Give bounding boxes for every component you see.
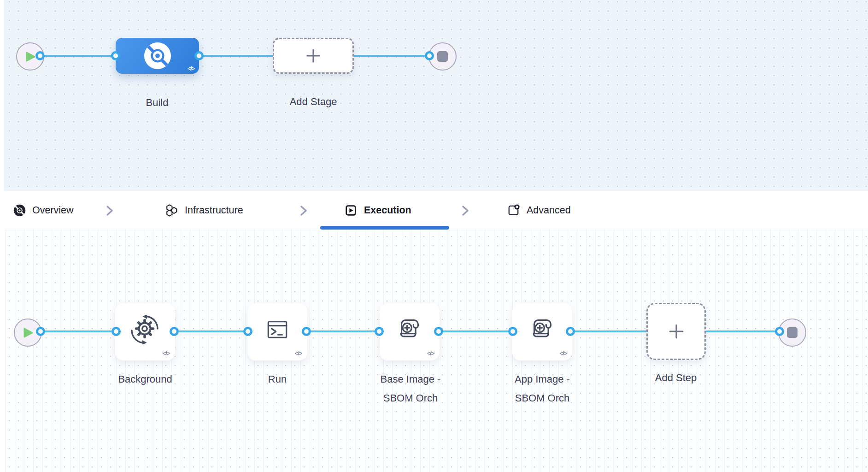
- step-label: Run: [227, 370, 328, 389]
- add-stage-label: Add Stage: [267, 92, 359, 111]
- infrastructure-hexagons-icon: [165, 204, 178, 217]
- add-step-label: Add Step: [625, 368, 727, 387]
- stop-icon: [437, 51, 448, 62]
- add-step-button[interactable]: [646, 303, 706, 360]
- advanced-settings-icon: [507, 204, 520, 217]
- code-badge: </>: [163, 350, 170, 357]
- stage-config-tabbar: Overview Infrastructure: [0, 190, 868, 229]
- step-card-app-image-sbom[interactable]: </>: [512, 303, 572, 360]
- tab-advanced[interactable]: Advanced: [507, 191, 571, 230]
- step-label: Base Image - SBOM Orch: [367, 370, 454, 407]
- step-card-background[interactable]: </>: [115, 303, 175, 360]
- ci-overview-icon: [13, 204, 26, 217]
- code-badge: </>: [560, 350, 567, 357]
- port[interactable]: [566, 327, 575, 336]
- code-badge: </>: [188, 65, 194, 72]
- step-label: Background: [94, 370, 196, 389]
- step-card-base-image-sbom[interactable]: </>: [380, 303, 440, 360]
- play-icon: [23, 327, 34, 338]
- execution-canvas[interactable]: </> </>: [0, 229, 868, 472]
- tab-overview[interactable]: Overview: [13, 191, 74, 230]
- play-icon: [25, 51, 36, 62]
- port[interactable]: [111, 51, 120, 60]
- add-stage-button[interactable]: [273, 38, 354, 74]
- chevron-right-icon: [299, 205, 308, 217]
- port[interactable]: [36, 327, 45, 336]
- tab-label: Overview: [32, 205, 74, 216]
- active-tab-underline: [320, 226, 449, 230]
- tab-label: Infrastructure: [185, 205, 243, 216]
- code-badge: </>: [427, 350, 434, 357]
- chevron-right-icon: [106, 205, 114, 217]
- chevron-right-icon: [461, 205, 469, 217]
- port[interactable]: [775, 327, 784, 336]
- port[interactable]: [170, 327, 179, 336]
- port[interactable]: [35, 51, 45, 60]
- port[interactable]: [302, 327, 311, 336]
- run-terminal-icon: [264, 316, 291, 343]
- code-badge: </>: [295, 350, 302, 357]
- execution-play-icon: [344, 204, 358, 217]
- left-gutter: [0, 0, 4, 472]
- port[interactable]: [434, 327, 443, 336]
- port[interactable]: [425, 51, 434, 60]
- tab-infrastructure[interactable]: Infrastructure: [165, 191, 243, 230]
- sbom-scroll-plus-icon: [395, 315, 424, 344]
- step-link: [173, 330, 249, 332]
- step-link: [438, 330, 514, 332]
- stage-label: Build: [111, 93, 203, 112]
- step-link: [305, 330, 380, 332]
- tab-label: Advanced: [527, 205, 571, 216]
- background-sync-gear-icon: [130, 315, 160, 344]
- step-label: App Image - SBOM Orch: [499, 370, 586, 407]
- tab-execution[interactable]: Execution: [344, 191, 411, 230]
- stage-card-build[interactable]: </>: [116, 38, 199, 74]
- port[interactable]: [194, 51, 204, 60]
- port[interactable]: [508, 327, 517, 336]
- port[interactable]: [243, 327, 252, 336]
- sbom-scroll-plus-icon: [528, 315, 557, 344]
- pipeline-studio: </> Build Add Stage Overview: [0, 0, 868, 472]
- port[interactable]: [111, 327, 121, 336]
- stop-icon: [787, 327, 798, 338]
- ci-build-icon: [143, 41, 172, 70]
- tab-label: Execution: [364, 205, 411, 216]
- port[interactable]: [375, 327, 384, 336]
- plus-icon: [305, 47, 322, 64]
- stage-canvas[interactable]: </> Build Add Stage: [0, 0, 868, 190]
- step-card-run[interactable]: </>: [247, 303, 307, 360]
- plus-icon: [668, 323, 685, 340]
